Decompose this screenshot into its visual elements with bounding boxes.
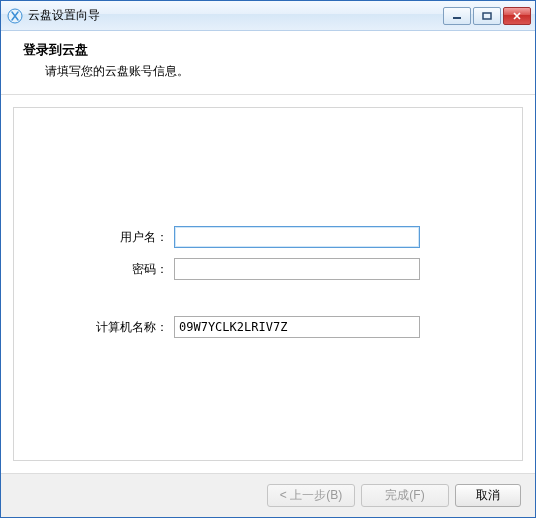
form-panel: 用户名： 密码： 计算机名称： bbox=[13, 107, 523, 461]
username-label: 用户名： bbox=[14, 229, 174, 246]
titlebar: 云盘设置向导 bbox=[1, 1, 535, 31]
page-subtitle: 请填写您的云盘账号信息。 bbox=[45, 63, 517, 80]
window-controls bbox=[443, 7, 531, 25]
window-title: 云盘设置向导 bbox=[28, 7, 443, 24]
maximize-button[interactable] bbox=[473, 7, 501, 25]
computer-name-label: 计算机名称： bbox=[14, 319, 174, 336]
app-icon bbox=[7, 8, 23, 24]
minimize-button[interactable] bbox=[443, 7, 471, 25]
wizard-header: 登录到云盘 请填写您的云盘账号信息。 bbox=[1, 31, 535, 95]
page-title: 登录到云盘 bbox=[23, 41, 517, 59]
password-label: 密码： bbox=[14, 261, 174, 278]
wizard-footer: < 上一步(B) 完成(F) 取消 bbox=[1, 473, 535, 517]
login-form: 用户名： 密码： 计算机名称： bbox=[14, 226, 522, 348]
computer-name-input[interactable] bbox=[174, 316, 420, 338]
username-input[interactable] bbox=[174, 226, 420, 248]
computer-name-row: 计算机名称： bbox=[14, 316, 522, 338]
password-input[interactable] bbox=[174, 258, 420, 280]
back-button[interactable]: < 上一步(B) bbox=[267, 484, 355, 507]
username-row: 用户名： bbox=[14, 226, 522, 248]
svg-rect-2 bbox=[483, 13, 491, 19]
cancel-button[interactable]: 取消 bbox=[455, 484, 521, 507]
close-button[interactable] bbox=[503, 7, 531, 25]
wizard-body: 用户名： 密码： 计算机名称： bbox=[1, 95, 535, 473]
setup-wizard-window: 云盘设置向导 登录到云盘 请填写您的云盘账号信息。 用户名： bbox=[0, 0, 536, 518]
finish-button[interactable]: 完成(F) bbox=[361, 484, 449, 507]
password-row: 密码： bbox=[14, 258, 522, 280]
